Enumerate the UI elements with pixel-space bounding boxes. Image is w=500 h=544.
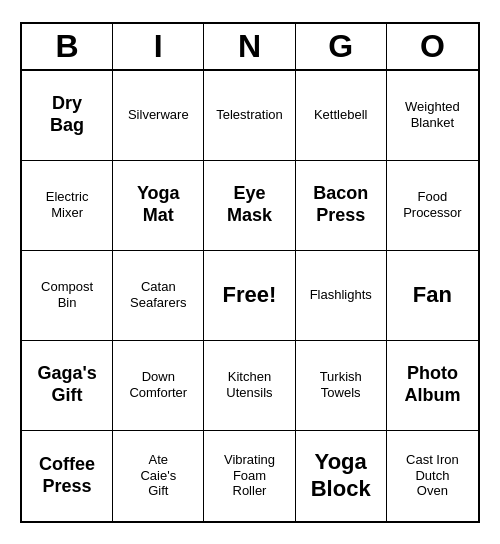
bingo-cell: Catan Seafarers	[113, 251, 204, 341]
header-letter: I	[113, 24, 204, 69]
bingo-cell: Coffee Press	[22, 431, 113, 521]
header-letter: N	[204, 24, 295, 69]
bingo-cell: Eye Mask	[204, 161, 295, 251]
bingo-cell: Turkish Towels	[296, 341, 387, 431]
bingo-card: BINGO Dry BagSilverwareTelestrationKettl…	[20, 22, 480, 523]
bingo-header: BINGO	[22, 24, 478, 71]
bingo-cell: Bacon Press	[296, 161, 387, 251]
bingo-cell: Electric Mixer	[22, 161, 113, 251]
bingo-cell: Yoga Mat	[113, 161, 204, 251]
bingo-cell: Cast Iron Dutch Oven	[387, 431, 478, 521]
header-letter: O	[387, 24, 478, 69]
header-letter: B	[22, 24, 113, 69]
bingo-cell: Ate Caie's Gift	[113, 431, 204, 521]
bingo-cell: Gaga's Gift	[22, 341, 113, 431]
bingo-cell: Kettlebell	[296, 71, 387, 161]
bingo-cell: Vibrating Foam Roller	[204, 431, 295, 521]
bingo-cell: Photo Album	[387, 341, 478, 431]
header-letter: G	[296, 24, 387, 69]
bingo-cell: Kitchen Utensils	[204, 341, 295, 431]
bingo-cell: Flashlights	[296, 251, 387, 341]
bingo-cell: Free!	[204, 251, 295, 341]
bingo-cell: Telestration	[204, 71, 295, 161]
bingo-cell: Dry Bag	[22, 71, 113, 161]
bingo-cell: Weighted Blanket	[387, 71, 478, 161]
bingo-cell: Food Processor	[387, 161, 478, 251]
bingo-cell: Yoga Block	[296, 431, 387, 521]
bingo-cell: Compost Bin	[22, 251, 113, 341]
bingo-cell: Silverware	[113, 71, 204, 161]
bingo-cell: Down Comforter	[113, 341, 204, 431]
bingo-cell: Fan	[387, 251, 478, 341]
bingo-grid: Dry BagSilverwareTelestrationKettlebellW…	[22, 71, 478, 521]
